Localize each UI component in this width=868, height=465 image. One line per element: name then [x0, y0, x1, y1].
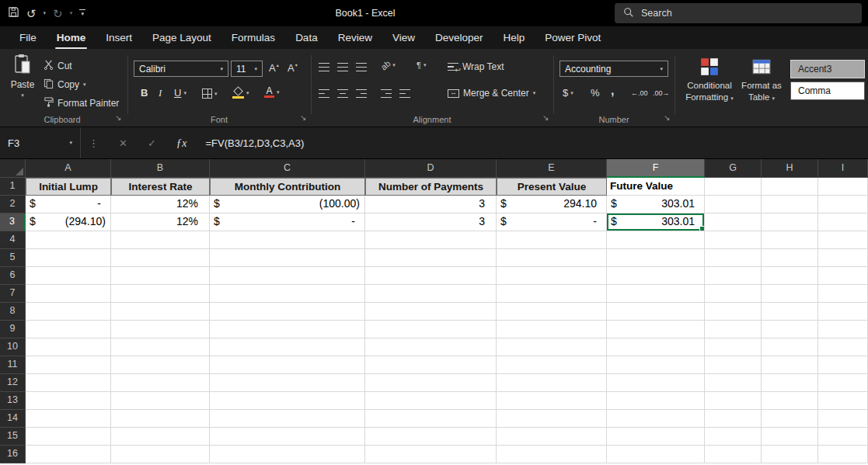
cell-I13[interactable]	[818, 392, 868, 410]
align-right-button[interactable]	[356, 89, 367, 98]
cell-F13[interactable]	[607, 392, 705, 410]
cell-A15[interactable]	[26, 428, 111, 446]
align-top-button[interactable]	[319, 63, 329, 71]
cell-E11[interactable]	[497, 356, 607, 374]
cell-B1[interactable]: Interest Rate	[111, 178, 210, 196]
cell-A14[interactable]	[26, 410, 111, 428]
cell-D14[interactable]	[365, 410, 497, 428]
cell-style-comma[interactable]: Comma	[790, 82, 865, 100]
cell-I7[interactable]	[818, 285, 868, 303]
save-icon[interactable]	[8, 6, 19, 21]
cell-B7[interactable]	[111, 285, 210, 303]
cell-E13[interactable]	[497, 392, 607, 410]
cell-I5[interactable]	[818, 249, 868, 267]
cell-I15[interactable]	[818, 428, 868, 446]
wrap-text-button[interactable]: ↩ Wrap Text	[448, 61, 504, 72]
copy-button[interactable]: Copy ▾	[44, 78, 86, 91]
bold-button[interactable]: B	[141, 87, 148, 99]
cell-A12[interactable]	[26, 374, 111, 392]
cell-I3[interactable]	[818, 213, 868, 231]
cell-A2[interactable]: $-	[26, 196, 111, 213]
tab-help[interactable]: Help	[493, 26, 535, 49]
cell-G8[interactable]	[705, 303, 762, 321]
cell-C1[interactable]: Monthly Contribution	[210, 178, 365, 196]
align-middle-button[interactable]	[337, 63, 348, 71]
cell-H15[interactable]	[762, 428, 818, 446]
cell-B8[interactable]	[111, 303, 210, 321]
cell-A11[interactable]	[26, 356, 111, 374]
paste-button[interactable]: Paste ▾	[5, 54, 40, 99]
cell-F5[interactable]	[607, 249, 705, 267]
cell-B3[interactable]: 12%	[111, 213, 210, 231]
cell-A4[interactable]	[26, 231, 111, 249]
align-left-button[interactable]	[319, 89, 329, 98]
cell-B2[interactable]: 12%	[111, 196, 210, 213]
cell-H12[interactable]	[762, 374, 818, 392]
cell-A7[interactable]	[26, 285, 111, 303]
cell-F12[interactable]	[607, 374, 705, 392]
cell-H14[interactable]	[762, 410, 818, 428]
cell-F8[interactable]	[607, 303, 705, 321]
cell-G10[interactable]	[705, 338, 762, 356]
cell-D5[interactable]	[365, 249, 497, 267]
underline-button[interactable]: U ▾	[174, 87, 186, 99]
tab-home[interactable]: Home	[47, 26, 96, 49]
row-header-13[interactable]: 13	[0, 392, 26, 410]
cell-I9[interactable]	[818, 321, 868, 338]
cell-C2[interactable]: $(100.00)	[210, 196, 365, 213]
cell-F2[interactable]: $303.01	[607, 196, 705, 213]
text-direction-button[interactable]: ¶ ▾	[417, 61, 426, 70]
cell-G7[interactable]	[705, 285, 762, 303]
cell-D3[interactable]: 3	[365, 213, 497, 231]
font-color-button[interactable]: A ▾	[264, 87, 280, 98]
cell-E3[interactable]: $-	[497, 213, 607, 231]
conditional-formatting-button[interactable]: Conditional Formatting ▾	[685, 57, 734, 103]
number-dialog-launcher[interactable]: ↘	[664, 114, 670, 122]
tab-page-layout[interactable]: Page Layout	[142, 26, 221, 49]
cell-E14[interactable]	[497, 410, 607, 428]
shrink-font-button[interactable]: A	[288, 62, 298, 74]
font-dialog-launcher[interactable]: ↘	[300, 114, 306, 122]
cell-F1[interactable]: Future Value	[607, 178, 705, 196]
row-header-11[interactable]: 11	[0, 356, 26, 374]
cell-H4[interactable]	[762, 231, 818, 249]
cell-C12[interactable]	[210, 374, 365, 392]
cell-A9[interactable]	[26, 321, 111, 338]
cell-D8[interactable]	[365, 303, 497, 321]
cell-E4[interactable]	[497, 231, 607, 249]
row-header-7[interactable]: 7	[0, 285, 26, 303]
cell-I6[interactable]	[818, 267, 868, 285]
format-as-table-button[interactable]: Format as Table ▾	[738, 57, 785, 103]
cell-I1[interactable]	[818, 178, 868, 196]
cell-H1[interactable]	[762, 178, 818, 196]
row-header-8[interactable]: 8	[0, 303, 26, 321]
cell-H5[interactable]	[762, 249, 818, 267]
column-header-H[interactable]: H	[762, 159, 818, 178]
cell-A10[interactable]	[26, 338, 111, 356]
accounting-format-button[interactable]: $ ▾	[563, 87, 573, 99]
cell-E6[interactable]	[497, 267, 607, 285]
borders-button[interactable]: ▾	[202, 88, 218, 99]
cell-E12[interactable]	[497, 374, 607, 392]
cell-D6[interactable]	[365, 267, 497, 285]
insert-function-icon[interactable]: ƒx	[176, 137, 187, 150]
cell-F6[interactable]	[607, 267, 705, 285]
cell-D10[interactable]	[365, 338, 497, 356]
cell-A3[interactable]: $(294.10)	[26, 213, 111, 231]
cell-I14[interactable]	[818, 410, 868, 428]
column-header-I[interactable]: I	[818, 159, 868, 178]
tab-developer[interactable]: Developer	[425, 26, 493, 49]
cell-C7[interactable]	[210, 285, 365, 303]
cell-F10[interactable]	[607, 338, 705, 356]
cell-I8[interactable]	[818, 303, 868, 321]
cell-E5[interactable]	[497, 249, 607, 267]
row-header-9[interactable]: 9	[0, 321, 26, 338]
cell-D13[interactable]	[365, 392, 497, 410]
cell-C6[interactable]	[210, 267, 365, 285]
fill-handle[interactable]	[699, 226, 705, 231]
row-header-3[interactable]: 3	[0, 213, 26, 231]
tab-file[interactable]: File	[9, 26, 47, 49]
format-painter-button[interactable]: Format Painter	[44, 97, 119, 109]
cell-I2[interactable]	[818, 196, 868, 213]
cell-F3[interactable]: $303.01	[607, 213, 705, 231]
